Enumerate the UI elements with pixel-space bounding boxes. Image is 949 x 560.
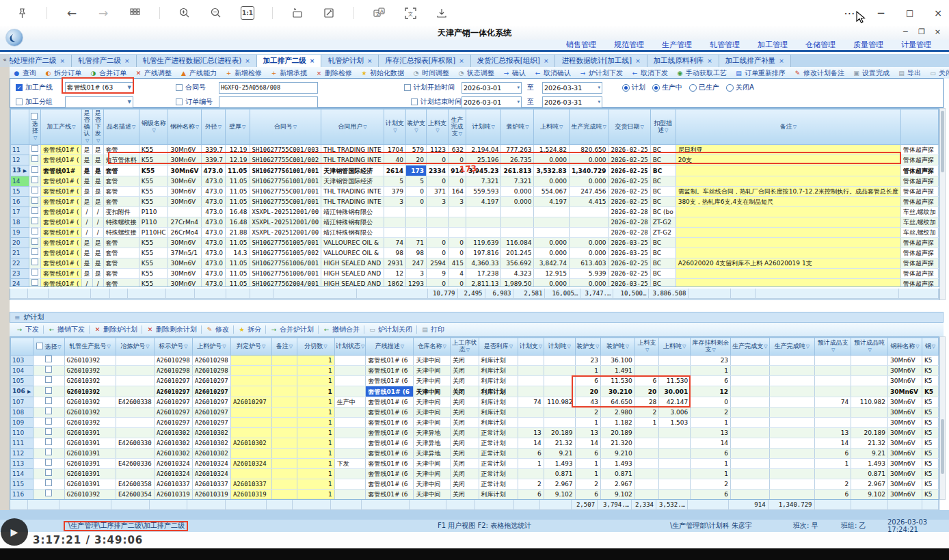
row-select[interactable] <box>34 459 64 469</box>
table-row[interactable]: 113G26010391E42600336A26010324A26010324A… <box>11 459 939 469</box>
tab-close-icon[interactable]: × <box>707 57 712 64</box>
column-header[interactable]: 上料炉号▽ <box>192 338 230 356</box>
row-select[interactable] <box>34 479 64 490</box>
row-select[interactable] <box>29 279 41 288</box>
row-select[interactable] <box>34 408 64 418</box>
column-header[interactable]: 生产完成吨▽ <box>569 109 609 145</box>
table-row[interactable]: 23套管线01# (是是套管K5530Mn6V473.011.05SH10627… <box>11 269 939 279</box>
row-select[interactable] <box>29 269 41 279</box>
column-header[interactable]: 外径▽ <box>201 109 225 145</box>
menu-item[interactable]: 质量管理 <box>853 40 883 50</box>
tab[interactable]: 轧管炉计划× <box>321 55 379 67</box>
column-header[interactable]: 合同用户▽ <box>321 109 384 145</box>
row-select[interactable] <box>34 397 64 408</box>
group-filter-checkbox[interactable] <box>16 98 23 105</box>
column-header[interactable]: 钢种名称▽ <box>168 109 201 145</box>
line-filter-checkbox[interactable]: ✓ <box>16 84 23 91</box>
table-row[interactable]: 18套管线01# (//特殊螺纹接P11027CrMn4473.016.48XS… <box>11 217 939 228</box>
order-input[interactable] <box>219 96 318 108</box>
toolbar-button[interactable]: ★拆分 <box>235 325 265 334</box>
tab-close-icon[interactable]: × <box>459 57 464 64</box>
column-header[interactable]: 是否下发▽ <box>92 109 103 145</box>
row-select[interactable] <box>29 217 41 228</box>
column-header[interactable] <box>901 109 939 145</box>
column-header[interactable]: 品名描述▽ <box>103 109 139 145</box>
toolbar-button[interactable]: ◐拆分订单 <box>41 68 85 78</box>
row-select[interactable] <box>29 187 41 197</box>
tab-close-icon[interactable]: × <box>367 57 373 64</box>
select-all-header[interactable]: 选择▽ <box>34 338 64 356</box>
table-row[interactable]: 103G26010392A26010298A260102981套管线01# (6… <box>11 356 939 366</box>
table-row[interactable]: 15套管线01# (是是套管K5530Mn6V473.011.05SH10627… <box>11 187 939 197</box>
zoom-in-icon[interactable] <box>178 6 191 20</box>
tab[interactable]: 轧管排产二级× <box>72 55 137 67</box>
toolbar-button[interactable]: →确认 <box>499 68 529 78</box>
window-restore-icon[interactable]: ❐ <box>918 27 925 36</box>
toolbar-button[interactable]: ▤打印 <box>418 325 448 334</box>
toolbar-button[interactable]: ◑合并订单 <box>86 68 130 78</box>
rotate-icon[interactable] <box>291 6 304 20</box>
menu-item[interactable]: 规范管理 <box>614 40 644 50</box>
menu-item[interactable]: 计量管理 <box>901 40 931 50</box>
row-select[interactable] <box>34 438 64 449</box>
tab[interactable]: 库存汇总报表[库权限]× <box>379 55 470 67</box>
table-row[interactable]: 110G26010391A26010302A260103021套管线01# (6… <box>11 428 939 438</box>
column-header[interactable]: 是否利库▽ <box>479 338 518 356</box>
column-header[interactable]: 分切数▽ <box>297 338 335 356</box>
toolbar-button[interactable]: ★初始化数据 <box>357 68 407 78</box>
select-all-header[interactable]: 选择▽ <box>29 109 41 145</box>
row-select[interactable] <box>29 248 41 258</box>
table-row[interactable]: 112G26010391A26010302A260103021套管线01# (6… <box>11 449 939 459</box>
column-header[interactable]: 备注▽ <box>676 109 900 145</box>
column-header[interactable]: 计划支▽ <box>518 338 544 356</box>
forward-icon[interactable]: → <box>96 6 110 20</box>
table-row[interactable]: 14套管线01# (是是套管K5530Mn6V473.011.05SH10627… <box>11 176 939 187</box>
column-header[interactable]: 标示炉号▽ <box>154 338 192 356</box>
tab-close-icon[interactable]: × <box>60 57 66 64</box>
toolbar-button[interactable]: ✕产线调整 <box>131 68 175 78</box>
tab-close-icon[interactable]: × <box>310 57 315 64</box>
menu-item[interactable]: 轧管管理 <box>710 40 740 50</box>
tab-scroll-button[interactable]: « <box>0 54 10 67</box>
table-row[interactable]: 109G26010392A26010297A260102971套管线01# (6… <box>11 418 939 428</box>
table-row[interactable]: 16套管线01# (是是套管K5530Mn6V473.011.05SH10627… <box>11 197 939 207</box>
column-header[interactable]: 上料吨▽ <box>659 338 691 356</box>
column-header[interactable]: 生产完成支▽ <box>731 338 770 356</box>
menu-item[interactable]: 仓储管理 <box>805 40 836 50</box>
table-row[interactable]: 24套管线01# (//套管K5530Mn6V473.011.05SH10627… <box>11 279 939 288</box>
column-header[interactable]: 上料支▽ <box>634 338 659 356</box>
toolbar-button[interactable]: ●查询 <box>10 68 40 78</box>
table-row[interactable]: 107G26010392E42600338A26010297A26010297A… <box>11 397 939 408</box>
tab-close-icon[interactable]: × <box>635 57 641 64</box>
table-row[interactable]: 19套管线01# (//特殊螺纹接P110HC26CrMo4473.021.88… <box>11 228 939 238</box>
contract-filter-checkbox[interactable] <box>176 84 183 91</box>
column-header[interactable]: 预计成品吨▽ <box>851 338 888 356</box>
column-header[interactable]: 计划支▽ <box>384 109 405 145</box>
toolbar-button[interactable]: ✕删除剩余计划 <box>143 325 200 334</box>
row-select[interactable] <box>34 418 64 428</box>
table-row[interactable]: 11套管线01# (是是套管K5530Mn6V339.712.19SH10627… <box>11 145 939 155</box>
state-radio[interactable]: 关闭A <box>726 83 754 92</box>
toolbar-button[interactable]: ▤导出 <box>894 68 924 78</box>
tab[interactable]: 热处理排产二级× <box>0 55 72 67</box>
tab-close-icon[interactable]: × <box>245 57 250 64</box>
toolbar-button[interactable]: ▭炉计划关闭 <box>365 325 416 334</box>
row-select[interactable] <box>29 207 41 217</box>
row-select[interactable] <box>29 155 41 165</box>
toolbar-button[interactable]: ▣设置完成 <box>849 68 893 78</box>
maximize-icon[interactable]: □ <box>906 8 913 18</box>
start-from-date[interactable]: 2026-03-01▾ <box>462 82 522 94</box>
row-select[interactable] <box>34 449 64 459</box>
table-row[interactable]: 104G26010392A26010298A260102981套管线01# (6… <box>11 366 939 376</box>
table-row[interactable]: 17套管线01# (//变扣附件P110473.016.48XSXPL-2025… <box>11 207 939 217</box>
column-header[interactable]: 产线描述▽ <box>366 338 414 356</box>
row-select[interactable] <box>29 165 41 176</box>
start-time-checkbox[interactable] <box>404 84 411 91</box>
toolbar-button[interactable]: ◉手动获取工艺 <box>673 68 730 78</box>
column-header[interactable]: 加工产线▽ <box>41 109 81 145</box>
tab[interactable]: 发货汇总报表[组织]× <box>471 55 556 67</box>
minimize-icon[interactable]: − <box>877 7 885 19</box>
toolbar-button[interactable]: →合并炉计划 <box>267 325 317 334</box>
order-filter-checkbox[interactable] <box>176 98 183 105</box>
close-icon[interactable]: × <box>934 8 942 18</box>
